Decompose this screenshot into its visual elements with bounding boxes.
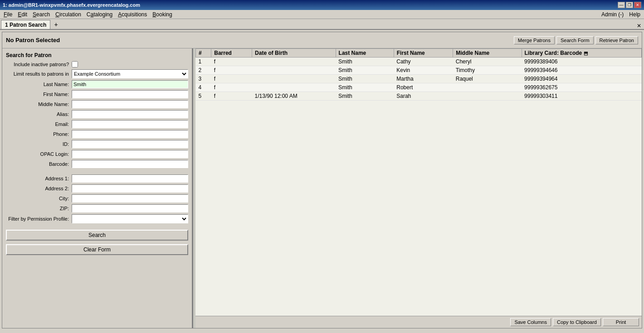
results-table: # Barred Date of Birth Last Name First N… (195, 48, 642, 101)
email-input[interactable] (72, 120, 188, 128)
menu-search[interactable]: Search (30, 11, 53, 18)
city-input[interactable] (72, 194, 188, 203)
print-button[interactable]: Print (603, 318, 639, 326)
middle-name-label: Middle Name: (6, 101, 72, 107)
cell-barcode: 99999389406 (522, 58, 641, 66)
main-content: No Patron Selected Merge Patrons Search … (2, 32, 642, 328)
minimize-button[interactable]: — (618, 2, 625, 8)
search-panel: Search for Patron Include inactive patro… (2, 48, 193, 328)
table-header-row: # Barred Date of Birth Last Name First N… (196, 49, 642, 58)
last-name-label: Last Name: (6, 82, 72, 87)
first-name-input[interactable] (72, 90, 188, 98)
limit-results-label: Limit results to patrons in (6, 71, 72, 77)
results-table-wrapper[interactable]: # Barred Date of Birth Last Name First N… (195, 48, 642, 316)
cell-last: Smith (336, 66, 394, 75)
results-tbody: 1 f Smith Cathy Cheryl 99999389406 2 f S… (196, 58, 642, 101)
menu-help[interactable]: Help (626, 11, 643, 18)
address1-input[interactable] (72, 174, 188, 183)
close-window-button[interactable]: ✕ (635, 23, 643, 29)
patron-bar: No Patron Selected Merge Patrons Search … (2, 32, 642, 48)
retrieve-patron-button[interactable]: Retrieve Patron (595, 36, 638, 44)
address2-row: Address 2: (6, 184, 188, 193)
patron-status-label: No Patron Selected (6, 37, 60, 43)
cell-barcode: 99999362675 (522, 83, 641, 92)
opac-login-label: OPAC Login: (6, 151, 72, 157)
barcode-input[interactable] (72, 160, 188, 168)
alias-row: Alias: (6, 110, 188, 118)
zip-label: ZIP: (6, 206, 72, 211)
menu-admin[interactable]: Admin (-) (599, 11, 626, 18)
cell-dob (252, 75, 336, 83)
menu-acquisitions[interactable]: Acquisitions (115, 11, 150, 18)
title-bar-text: 1: admin@BR1-winxpvmfx.phasefx.evergreen… (3, 2, 140, 8)
patron-search-tab[interactable]: 1 Patron Search (1, 20, 50, 29)
table-row[interactable]: 3 f Smith Martha Raquel 99999394964 (196, 75, 642, 83)
cell-barcode: 99999394964 (522, 75, 641, 83)
col-header-dob[interactable]: Date of Birth (252, 49, 336, 58)
col-header-middle[interactable]: Middle Name (453, 49, 522, 58)
include-inactive-row: Include inactive patrons? (6, 61, 188, 68)
results-footer: Save Columns Copy to Clipboard Print (195, 316, 642, 328)
address2-label: Address 2: (6, 186, 72, 191)
zip-input[interactable] (72, 204, 188, 212)
cell-num: 5 (196, 92, 211, 101)
phone-row: Phone: (6, 130, 188, 138)
add-tab-button[interactable]: + (51, 20, 60, 29)
last-name-row: Last Name: (6, 80, 188, 88)
menu-booking[interactable]: Booking (150, 11, 175, 18)
table-row[interactable]: 5 f 1/13/90 12:00 AM Smith Sarah 9999930… (196, 92, 642, 101)
col-header-num[interactable]: # (196, 49, 211, 58)
id-input[interactable] (72, 140, 188, 148)
restore-button[interactable]: ❐ (626, 2, 633, 8)
col-header-barcode[interactable]: Library Card: Barcode ⬒ (522, 49, 641, 58)
col-header-last[interactable]: Last Name (336, 49, 394, 58)
col-resize-icon[interactable]: ⬒ (584, 51, 588, 56)
opac-login-row: OPAC Login: (6, 150, 188, 158)
menu-file[interactable]: File (1, 11, 15, 18)
patron-bar-buttons: Merge Patrons Search Form Retrieve Patro… (514, 36, 638, 44)
phone-input[interactable] (72, 130, 188, 138)
cell-barred: f (211, 66, 252, 75)
col-header-barred[interactable]: Barred (211, 49, 252, 58)
cell-barred: f (211, 83, 252, 92)
id-label: ID: (6, 141, 72, 147)
cell-dob: 1/13/90 12:00 AM (252, 92, 336, 101)
save-columns-button[interactable]: Save Columns (510, 318, 551, 326)
last-name-input[interactable] (72, 80, 188, 88)
cell-first: Kevin (394, 66, 453, 75)
close-button[interactable]: ✕ (634, 2, 641, 8)
include-inactive-checkbox[interactable] (72, 61, 78, 68)
table-row[interactable]: 2 f Smith Kevin Timothy 99999394646 (196, 66, 642, 75)
table-row[interactable]: 1 f Smith Cathy Cheryl 99999389406 (196, 58, 642, 66)
clear-form-button[interactable]: Clear Form (6, 244, 188, 255)
cell-last: Smith (336, 83, 394, 92)
menu-cataloging[interactable]: Cataloging (84, 11, 115, 18)
middle-name-input[interactable] (72, 100, 188, 108)
cell-last: Smith (336, 75, 394, 83)
cell-middle: Raquel (453, 75, 522, 83)
search-form-button[interactable]: Search Form (556, 36, 594, 44)
menu-circulation[interactable]: Circulation (53, 11, 84, 18)
cell-last: Smith (336, 92, 394, 101)
cell-barcode: 99999394646 (522, 66, 641, 75)
opac-login-input[interactable] (72, 150, 188, 158)
first-name-label: First Name: (6, 92, 72, 97)
filter-profile-select[interactable] (72, 214, 188, 223)
cell-num: 1 (196, 58, 211, 66)
address2-input[interactable] (72, 184, 188, 193)
button-row: Search Clear Form (6, 228, 188, 255)
cell-num: 4 (196, 83, 211, 92)
col-header-first[interactable]: First Name (394, 49, 453, 58)
alias-input[interactable] (72, 110, 188, 118)
consortium-select[interactable]: Example Consortium (72, 69, 188, 78)
menu-edit[interactable]: Edit (15, 11, 30, 18)
search-form-title: Search for Patron (6, 52, 188, 58)
merge-patrons-button[interactable]: Merge Patrons (514, 36, 555, 44)
cell-num: 3 (196, 75, 211, 83)
cell-dob (252, 58, 336, 66)
tab-label: 1 Patron Search (5, 22, 46, 28)
search-button[interactable]: Search (6, 230, 188, 241)
copy-clipboard-button[interactable]: Copy to Clipboard (553, 318, 601, 326)
table-row[interactable]: 4 f Smith Robert 99999362675 (196, 83, 642, 92)
alias-label: Alias: (6, 111, 72, 117)
